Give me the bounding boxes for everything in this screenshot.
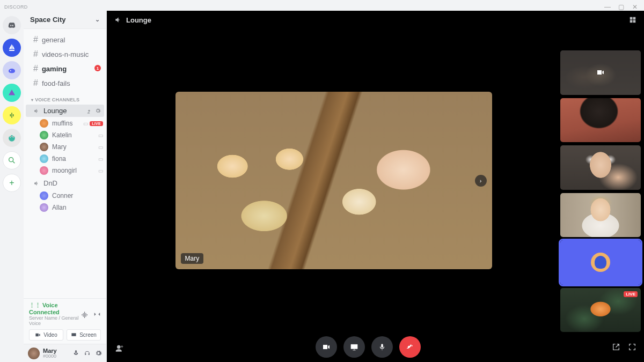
video-icon: ▭ <box>83 121 88 127</box>
video-thumbnail[interactable] <box>560 98 641 143</box>
deafen-icon[interactable] <box>84 350 91 357</box>
text-channel[interactable]: #videos-n-music <box>26 47 104 61</box>
voice-connected-panel: ⋮⋮ Voice Connected Server Name / General… <box>24 298 106 344</box>
user-panel: Mary #0000 <box>24 344 106 362</box>
server-icon[interactable] <box>3 84 21 102</box>
server-icon[interactable] <box>3 61 21 79</box>
username: Mary <box>43 348 57 354</box>
server-header[interactable]: Space City ⌄ <box>24 11 106 29</box>
avatar <box>591 253 610 272</box>
chevron-down-icon: ⌄ <box>95 16 100 23</box>
disconnect-button[interactable] <box>399 336 421 358</box>
video-icon: ▭ <box>98 168 103 174</box>
voice-member[interactable]: fiona▭ <box>24 153 106 165</box>
channel-sidebar: Space City ⌄ #general #videos-n-music #g… <box>24 11 107 362</box>
call-header: Lounge <box>107 11 644 29</box>
app-name: DISCORD <box>4 4 28 10</box>
video-tile[interactable]: Mary › <box>175 92 492 270</box>
live-badge: LIVE <box>90 121 103 126</box>
voice-member[interactable]: Allan <box>24 202 106 213</box>
avatar <box>40 191 48 200</box>
fullscreen-icon[interactable] <box>628 343 636 351</box>
voice-member[interactable]: muffins▭LIVE <box>24 117 106 129</box>
avatar <box>40 143 48 151</box>
grid-view-icon[interactable] <box>629 16 636 24</box>
svg-point-5 <box>13 136 14 137</box>
call-channel-title: Lounge <box>126 16 151 24</box>
hash-icon: # <box>33 64 38 73</box>
speaker-icon <box>33 180 40 187</box>
svg-point-4 <box>10 136 11 137</box>
svg-point-6 <box>9 158 13 162</box>
text-channel[interactable]: #general <box>26 33 104 47</box>
user-avatar[interactable] <box>28 348 40 359</box>
video-icon: ▭ <box>98 144 103 150</box>
server-icon[interactable] <box>3 39 21 57</box>
voice-member[interactable]: moongirl▭ <box>24 165 106 176</box>
avatar <box>40 203 48 212</box>
channel-category[interactable]: VOICE CHANNELS <box>24 91 106 104</box>
speaker-icon <box>114 16 122 24</box>
invite-icon[interactable] <box>114 342 124 352</box>
call-region: Lounge Mary › LIVE <box>107 11 644 362</box>
video-thumbnail[interactable] <box>560 145 641 190</box>
video-thumbnail[interactable] <box>560 50 641 95</box>
noise-suppression-icon[interactable] <box>80 311 88 318</box>
server-icon[interactable] <box>3 129 21 147</box>
titlebar: DISCORD — ▢ ✕ <box>0 0 644 11</box>
settings-icon[interactable] <box>95 350 102 357</box>
gear-icon[interactable] <box>95 108 101 114</box>
hash-icon: # <box>33 35 38 45</box>
text-channel[interactable]: #food-fails <box>26 76 104 90</box>
mention-badge: 1 <box>94 65 101 71</box>
voice-member[interactable]: Mary▭ <box>24 141 106 153</box>
svg-point-1 <box>9 135 15 142</box>
video-thumbnail[interactable]: LIVE <box>560 288 641 333</box>
next-button[interactable]: › <box>475 175 487 187</box>
text-channel[interactable]: #gaming1 <box>26 62 104 76</box>
channel-list: #general #videos-n-music #gaming1 #food-… <box>24 29 106 298</box>
live-badge: LIVE <box>624 291 638 297</box>
mute-icon[interactable] <box>72 350 79 357</box>
call-controls <box>107 332 644 362</box>
camera-icon <box>596 68 605 77</box>
hash-icon: # <box>33 78 38 88</box>
screenshare-button[interactable] <box>343 336 365 358</box>
video-thumbnail[interactable] <box>560 240 641 285</box>
avatar <box>40 119 48 128</box>
voice-member[interactable]: Katelin▭ <box>24 129 106 141</box>
focused-video: Mary › <box>110 29 557 332</box>
close-button[interactable]: ✕ <box>632 4 638 10</box>
voice-status-label: ⋮⋮ Voice Connected <box>29 302 80 315</box>
video-thumbnail[interactable] <box>560 193 641 238</box>
camera-button[interactable] <box>316 336 337 358</box>
explore-button[interactable] <box>3 151 21 169</box>
video-username-label: Mary <box>181 253 204 264</box>
participant-strip: LIVE <box>560 29 641 332</box>
speaker-icon <box>33 108 40 114</box>
minimize-button[interactable]: — <box>604 4 611 10</box>
video-icon: ▭ <box>98 156 103 162</box>
home-button[interactable] <box>3 16 21 34</box>
svg-point-0 <box>10 70 11 71</box>
voice-member[interactable]: Conner <box>24 190 106 202</box>
video-icon: ▭ <box>98 132 103 138</box>
avatar <box>40 166 48 175</box>
voice-channel[interactable]: DnD <box>26 177 104 189</box>
hash-icon: # <box>33 49 38 59</box>
add-server-button[interactable]: + <box>3 174 21 192</box>
disconnect-icon[interactable] <box>93 311 101 318</box>
voice-status-sub: Server Name / General Voice <box>29 315 80 326</box>
server-rail: + <box>0 11 24 362</box>
video-button[interactable]: Video <box>29 329 63 341</box>
server-name: Space City <box>30 16 65 24</box>
window-controls: — ▢ ✕ <box>604 4 638 10</box>
popout-icon[interactable] <box>612 343 620 351</box>
maximize-button[interactable]: ▢ <box>618 4 624 10</box>
create-invite-icon[interactable] <box>86 108 92 114</box>
mic-button[interactable] <box>371 336 393 358</box>
screen-share-button[interactable]: Screen <box>67 329 101 341</box>
avatar <box>40 131 48 139</box>
server-icon[interactable] <box>3 106 21 124</box>
voice-channel[interactable]: Lounge <box>26 105 104 117</box>
